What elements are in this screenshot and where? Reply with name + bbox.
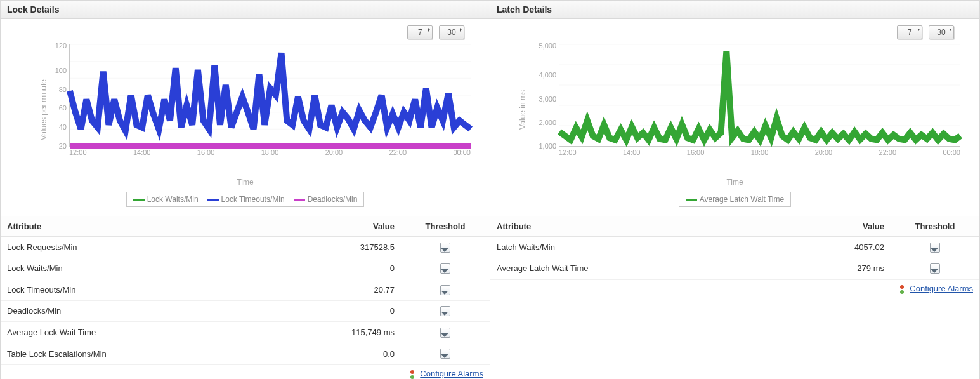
lock-panel-title: Lock Details — [1, 1, 490, 19]
attr-threshold — [891, 237, 979, 258]
lock-chart-xlabel: Time — [13, 178, 477, 187]
threshold-edit-icon[interactable] — [440, 349, 450, 359]
latch-chart-body: Value in ms 1,0002,0003,0004,0005,000 12… — [503, 44, 967, 175]
lock-chart-body: Values per minute 20406080100120 12:0014… — [13, 44, 477, 175]
latch-chart-legend: Average Latch Wait Time — [679, 192, 791, 207]
latch-chart-ylabel: Value in ms — [518, 90, 527, 130]
attr-value: 317528.5 — [306, 237, 401, 258]
attr-name: Lock Waits/Min — [1, 258, 306, 279]
table-row: Table Lock Escalations/Min0.0 — [1, 343, 490, 364]
range-30-button[interactable]: 30 — [439, 25, 464, 39]
configure-alarms-link[interactable]: Configure Alarms — [420, 369, 483, 378]
latch-details-panel: Latch Details 7 30 Value in ms 1,0002,00… — [490, 0, 980, 379]
lock-chart-svg — [70, 44, 471, 146]
attr-threshold — [401, 300, 490, 322]
lock-th-threshold: Threshold — [401, 216, 490, 237]
latch-chart-area: Value in ms 1,0002,0003,0004,0005,000 12… — [490, 41, 979, 213]
chart-series-line — [70, 53, 471, 131]
attr-name: Deadlocks/Min — [1, 300, 306, 322]
latch-th-value: Value — [795, 216, 891, 237]
attr-value: 0 — [306, 300, 401, 322]
attr-threshold — [401, 237, 490, 258]
legend-item: Deadlocks/Min — [294, 195, 358, 204]
attr-name: Average Lock Wait Time — [1, 322, 306, 343]
attr-value: 4057.02 — [795, 237, 891, 258]
latch-attributes-table: Attribute Value Threshold Latch Waits/Mi… — [490, 216, 979, 279]
lock-configure-row: Configure Alarms — [1, 364, 490, 379]
traffic-light-icon — [409, 370, 415, 379]
lock-th-value: Value — [306, 216, 401, 237]
attr-value: 0 — [306, 258, 401, 279]
table-row: Average Lock Wait Time115,749 ms — [1, 322, 490, 343]
latch-configure-row: Configure Alarms — [490, 279, 979, 299]
attr-threshold — [891, 258, 979, 279]
latch-chart-svg — [559, 44, 960, 146]
legend-swatch — [207, 199, 219, 201]
attr-name: Lock Timeouts/Min — [1, 279, 306, 301]
legend-swatch — [294, 199, 305, 201]
attr-name: Average Latch Wait Time — [490, 258, 795, 279]
threshold-edit-icon[interactable] — [440, 285, 450, 295]
lock-chart-plot — [69, 44, 471, 147]
table-row: Lock Requests/Min317528.5 — [1, 237, 490, 258]
table-row: Average Latch Wait Time279 ms — [490, 258, 979, 279]
latch-chart-yticks: 1,0002,0003,0004,0005,000 — [535, 44, 556, 146]
threshold-edit-icon[interactable] — [440, 263, 450, 274]
lock-th-attr: Attribute — [1, 216, 306, 237]
legend-item: Lock Timeouts/Min — [207, 195, 285, 204]
legend-swatch — [686, 199, 697, 201]
legend-item: Average Latch Wait Time — [686, 195, 784, 204]
legend-item: Lock Waits/Min — [133, 195, 199, 204]
latch-chart-xlabel: Time — [503, 178, 967, 187]
table-row: Lock Waits/Min0 — [1, 258, 490, 279]
range-7-button[interactable]: 7 — [897, 25, 922, 39]
latch-panel-title: Latch Details — [490, 1, 979, 19]
attr-threshold — [401, 343, 490, 364]
configure-alarms-link[interactable]: Configure Alarms — [910, 284, 973, 293]
traffic-light-icon — [899, 285, 905, 294]
range-30-button[interactable]: 30 — [929, 25, 954, 39]
table-row: Lock Timeouts/Min20.77 — [1, 279, 490, 301]
threshold-edit-icon[interactable] — [930, 243, 940, 253]
latch-th-attr: Attribute — [490, 216, 795, 237]
latch-chart-plot — [559, 44, 960, 147]
attr-value: 20.77 — [306, 279, 401, 301]
lock-attributes-table: Attribute Value Threshold Lock Requests/… — [1, 216, 490, 364]
lock-toolbar: 7 30 — [1, 19, 490, 41]
legend-swatch — [133, 199, 145, 201]
latch-toolbar: 7 30 — [490, 19, 979, 41]
latch-chart-xticks: 12:0014:0016:0018:0020:0022:0000:00 — [559, 149, 960, 156]
threshold-edit-icon[interactable] — [440, 243, 450, 253]
attr-value: 115,749 ms — [306, 322, 401, 343]
attr-value: 279 ms — [795, 258, 891, 279]
attr-name: Table Lock Escalations/Min — [1, 343, 306, 364]
lock-chart-legend: Lock Waits/MinLock Timeouts/MinDeadlocks… — [126, 192, 365, 207]
attr-threshold — [401, 322, 490, 343]
lock-details-panel: Lock Details 7 30 Values per minute 2040… — [0, 0, 490, 379]
attr-threshold — [401, 279, 490, 301]
attr-name: Latch Waits/Min — [490, 237, 795, 258]
lock-chart-area: Values per minute 20406080100120 12:0014… — [1, 41, 490, 213]
lock-chart-yticks: 20406080100120 — [45, 44, 67, 146]
attr-value: 0.0 — [306, 343, 401, 364]
lock-chart-xticks: 12:0014:0016:0018:0020:0022:0000:00 — [69, 149, 471, 156]
table-row: Latch Waits/Min4057.02 — [490, 237, 979, 258]
latch-th-threshold: Threshold — [891, 216, 979, 237]
threshold-edit-icon[interactable] — [440, 328, 450, 338]
range-7-button[interactable]: 7 — [407, 25, 433, 39]
table-row: Deadlocks/Min0 — [1, 300, 490, 322]
attr-threshold — [401, 258, 490, 279]
attr-name: Lock Requests/Min — [1, 237, 306, 258]
threshold-edit-icon[interactable] — [930, 263, 940, 274]
threshold-edit-icon[interactable] — [440, 306, 450, 316]
